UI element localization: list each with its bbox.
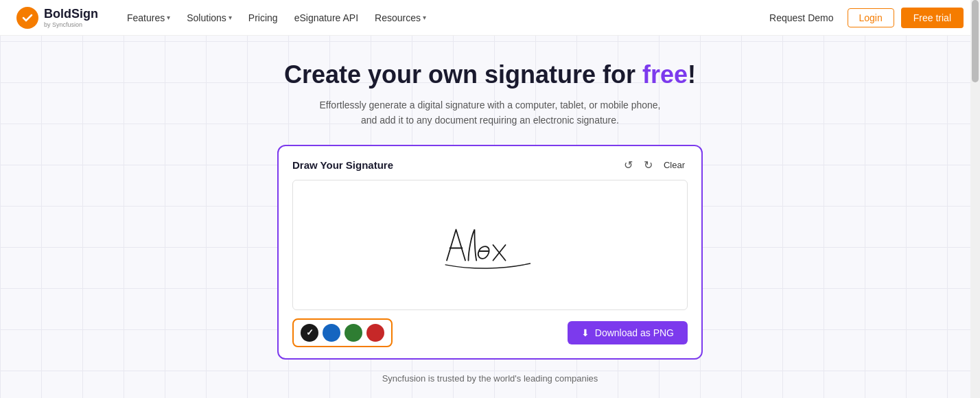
download-icon: ⬇ xyxy=(581,327,590,338)
subheadline: Effortlessly generate a digital signatur… xyxy=(319,97,660,128)
logo[interactable]: BoldSign by Syncfusion xyxy=(16,7,98,29)
download-label: Download as PNG xyxy=(595,327,674,338)
free-trial-button[interactable]: Free trial xyxy=(901,8,964,28)
signature-widget: Draw Your Signature ↺ ↻ Clear xyxy=(277,145,703,360)
chevron-down-icon: ▾ xyxy=(229,14,232,21)
check-icon: ✓ xyxy=(306,327,314,338)
main-content: Create your own signature for free! Effo… xyxy=(0,36,980,384)
download-button[interactable]: ⬇ Download as PNG xyxy=(568,321,688,344)
scrollbar-thumb[interactable] xyxy=(972,0,979,82)
color-blue[interactable] xyxy=(323,324,340,342)
signature-title: Draw Your Signature xyxy=(292,159,393,171)
subheadline-line2: and add it to any document requiring an … xyxy=(361,115,619,126)
navbar: BoldSign by Syncfusion Features ▾ Soluti… xyxy=(0,0,980,36)
logo-icon xyxy=(16,7,38,29)
headline-suffix: ! xyxy=(688,60,696,89)
nav-esignature-api[interactable]: eSignature API xyxy=(288,8,365,27)
redo-button[interactable]: ↻ xyxy=(641,157,655,173)
color-black[interactable]: ✓ xyxy=(301,324,318,342)
clear-button[interactable]: Clear xyxy=(661,159,688,172)
nav-actions: Request Demo Login Free trial xyxy=(762,8,964,28)
color-red[interactable] xyxy=(366,324,384,342)
chevron-down-icon: ▾ xyxy=(423,14,426,21)
chevron-down-icon: ▾ xyxy=(167,14,170,21)
color-picker: ✓ xyxy=(292,318,393,347)
signature-canvas[interactable] xyxy=(292,180,688,310)
nav-solutions[interactable]: Solutions ▾ xyxy=(180,8,239,27)
color-green[interactable] xyxy=(345,324,362,342)
login-button[interactable]: Login xyxy=(848,8,894,27)
footer-trusted: Syncfusion is trusted by the world's lea… xyxy=(382,373,598,384)
subheadline-line1: Effortlessly generate a digital signatur… xyxy=(319,100,660,110)
signature-footer: ✓ ⬇ Download as PNG xyxy=(292,318,688,347)
headline-free: free xyxy=(642,60,688,89)
undo-button[interactable]: ↺ xyxy=(621,157,635,173)
signature-controls: ↺ ↻ Clear xyxy=(621,157,688,173)
signature-header: Draw Your Signature ↺ ↻ Clear xyxy=(292,157,688,173)
nav-resources[interactable]: Resources ▾ xyxy=(368,8,433,27)
svg-point-0 xyxy=(16,7,38,29)
logo-sub: by Syncfusion xyxy=(44,21,98,28)
logo-brand: BoldSign xyxy=(44,7,98,21)
main-headline: Create your own signature for free! xyxy=(284,60,696,89)
request-demo-button[interactable]: Request Demo xyxy=(762,8,840,27)
nav-links: Features ▾ Solutions ▾ Pricing eSignatur… xyxy=(120,8,762,27)
scrollbar[interactable] xyxy=(970,0,980,398)
nav-pricing[interactable]: Pricing xyxy=(242,8,285,27)
headline-prefix: Create your own signature for xyxy=(284,60,642,89)
signature-drawing xyxy=(428,214,552,276)
logo-text: BoldSign by Syncfusion xyxy=(44,7,98,28)
nav-features[interactable]: Features ▾ xyxy=(120,8,177,27)
